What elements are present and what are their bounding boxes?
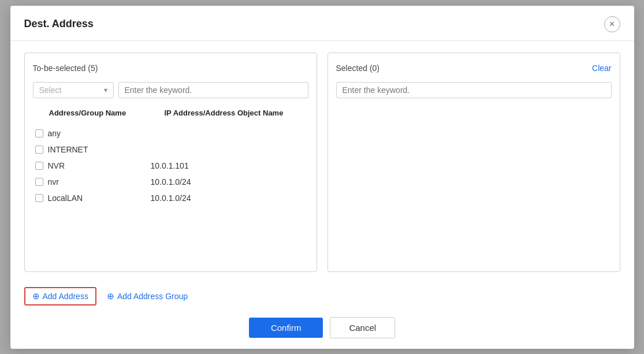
modal-overlay: Dest. Address × To-be-selected (5) Selec… <box>0 0 644 354</box>
right-panel-header: Selected (0) Clear <box>336 61 612 75</box>
row-checkbox-1[interactable] <box>35 146 43 154</box>
table-row: INTERNET <box>33 141 308 158</box>
row-name-4: LocalLAN <box>35 193 151 203</box>
row-label-0: any <box>48 129 61 138</box>
col-name-header: Address/Group Name <box>49 109 165 117</box>
modal-dialog: Dest. Address × To-be-selected (5) Selec… <box>10 6 634 349</box>
row-ip-3: 10.0.1.0/24 <box>151 177 306 187</box>
add-address-label: Add Address <box>43 292 88 301</box>
table-header: Address/Group Name IP Address/Address Ob… <box>33 104 308 120</box>
row-checkbox-3[interactable] <box>35 178 43 186</box>
right-keyword-input[interactable] <box>336 82 612 98</box>
left-keyword-input[interactable] <box>118 82 308 98</box>
table-row: LocalLAN 10.0.1.0/24 <box>33 190 308 206</box>
plus-icon: ⊕ <box>32 291 40 301</box>
col-ip-header: IP Address/Address Object Name <box>165 109 306 117</box>
left-panel-title: To-be-selected (5) <box>33 64 98 73</box>
right-filter-row <box>336 82 612 98</box>
row-label-1: INTERNET <box>48 145 88 154</box>
left-panel: To-be-selected (5) Select ▾ Address/Grou… <box>24 53 317 272</box>
table-row: nvr 10.0.1.0/24 <box>33 174 308 190</box>
select-dropdown[interactable]: Select ▾ <box>33 82 114 98</box>
table-row: NVR 10.0.1.101 <box>33 158 308 174</box>
add-address-group-button[interactable]: ⊕ Add Address Group <box>107 291 188 301</box>
left-panel-header: To-be-selected (5) <box>33 61 308 75</box>
left-filter-row: Select ▾ <box>33 82 308 98</box>
row-name-2: NVR <box>35 161 151 170</box>
right-panel-title: Selected (0) <box>336 64 380 73</box>
clear-button[interactable]: Clear <box>592 64 611 73</box>
add-address-button[interactable]: ⊕ Add Address <box>24 287 96 305</box>
chevron-down-icon: ▾ <box>104 86 107 94</box>
row-checkbox-4[interactable] <box>35 194 43 202</box>
modal-header: Dest. Address × <box>10 6 634 41</box>
row-label-2: NVR <box>48 161 65 170</box>
confirm-row: Confirm Cancel <box>10 309 634 349</box>
modal-body: To-be-selected (5) Select ▾ Address/Grou… <box>10 41 634 281</box>
table-row: any <box>33 125 308 141</box>
row-name-3: nvr <box>35 177 151 187</box>
row-ip-2: 10.0.1.101 <box>151 161 306 170</box>
select-placeholder: Select <box>39 85 62 95</box>
modal-title: Dest. Address <box>24 18 94 30</box>
cancel-button[interactable]: Cancel <box>330 317 395 338</box>
row-checkbox-2[interactable] <box>35 162 43 170</box>
row-checkbox-0[interactable] <box>35 129 43 137</box>
row-name-0: any <box>35 129 151 138</box>
row-ip-4: 10.0.1.0/24 <box>151 193 306 203</box>
plus-group-icon: ⊕ <box>107 291 114 301</box>
address-table: any INTERNET <box>33 125 308 206</box>
footer-actions: ⊕ Add Address ⊕ Add Address Group <box>10 281 634 309</box>
add-group-label: Add Address Group <box>117 292 188 301</box>
row-name-1: INTERNET <box>35 145 151 154</box>
row-label-3: nvr <box>48 177 59 187</box>
right-panel: Selected (0) Clear <box>327 53 620 272</box>
close-button[interactable]: × <box>604 16 620 32</box>
confirm-button[interactable]: Confirm <box>249 318 323 338</box>
row-label-4: LocalLAN <box>48 193 83 203</box>
